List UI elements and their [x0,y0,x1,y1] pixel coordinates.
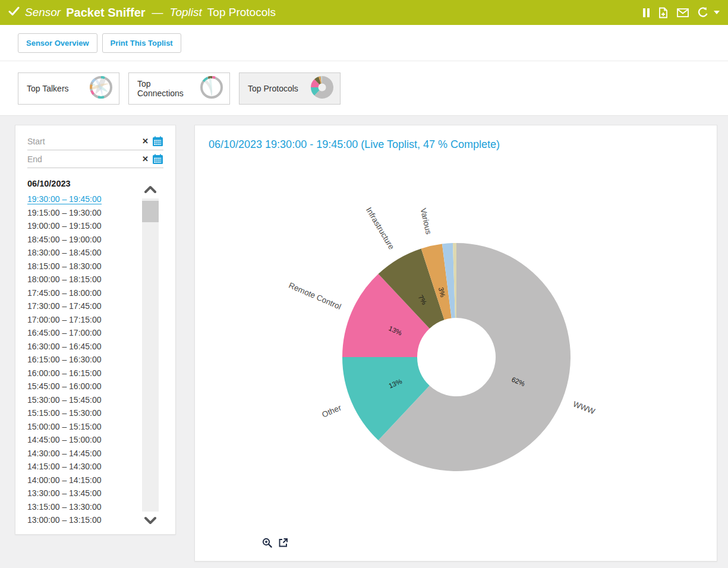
toplist-interval-label: 15:15:00 – 15:30:00 [27,408,102,418]
toplist-interval[interactable]: 17:30:00 – 17:45:00 [27,299,133,313]
refresh-icon[interactable] [697,7,709,18]
calendar-icon[interactable] [152,154,163,165]
toplist-interval[interactable]: 18:45:00 – 19:00:00 [27,233,133,247]
toplist-interval[interactable]: 19:15:00 – 19:30:00 [27,206,133,220]
email-icon[interactable] [677,8,689,17]
pie-slice-label: Infrastructure [364,206,396,251]
header-actions [643,7,720,18]
calendar-icon[interactable] [152,136,163,147]
toplist-interval-label: 15:00:00 – 15:15:00 [27,422,102,431]
chord-diagram-icon [198,74,225,102]
toplist-interval[interactable]: 13:15:00 – 13:30:00 [27,500,133,514]
object-kind-label: Sensor [25,6,61,19]
toplist-interval[interactable]: 16:15:00 – 16:30:00 [27,353,133,367]
toplist-interval[interactable]: 15:15:00 – 15:30:00 [27,406,133,420]
toolbar-area: Sensor Overview Print This Toplist Top T… [0,25,728,116]
end-date-field: ✕ [27,150,163,168]
tab-top-connections[interactable]: Top Connections [128,72,230,105]
sensor-overview-button[interactable]: Sensor Overview [18,33,97,53]
tab-label: Top Talkers [27,84,69,93]
toplist-interval[interactable]: 17:45:00 – 18:00:00 [27,286,133,300]
pie-slice-label: Remote Control [288,281,343,311]
breadcrumb-separator: — [151,6,165,19]
toplist-interval[interactable]: 13:30:00 – 13:45:00 [27,487,133,500]
toplist-interval[interactable]: 15:45:00 – 16:00:00 [27,380,133,393]
toplist-interval-label: 15:30:00 – 15:45:00 [27,395,102,405]
toplist-interval[interactable]: 14:45:00 – 15:00:00 [27,433,133,447]
toplist-interval[interactable]: 18:30:00 – 18:45:00 [27,246,133,260]
clear-start-icon[interactable]: ✕ [138,137,152,146]
page-title: Top Protocols [207,6,276,19]
pie-slice-label: WWW [572,399,596,416]
interval-filter-panel: ✕ ✕ [15,125,176,535]
toplist-interval-label: 19:30:00 – 19:45:00 [27,194,102,204]
toplist-interval-label: 14:45:00 – 15:00:00 [27,435,102,444]
toplist-interval-label: 18:30:00 – 18:45:00 [27,248,102,257]
start-date-input[interactable] [27,137,138,146]
toplist-interval-label: 14:00:00 – 14:15:00 [27,475,102,485]
toplist-interval[interactable]: 18:00:00 – 18:15:00 [27,273,133,286]
toplist-interval[interactable]: 19:30:00 – 19:45:00 [27,193,133,206]
toplist-interval[interactable]: 16:00:00 – 16:15:00 [27,367,133,380]
donut-chart-icon [309,74,335,102]
toplist-interval-label: 16:45:00 – 17:00:00 [27,328,102,337]
toplist-interval-label: 18:15:00 – 18:30:00 [27,261,102,271]
start-date-field: ✕ [27,132,163,150]
button-row: Sensor Overview Print This Toplist [0,25,728,61]
toplist-interval-label: 19:00:00 – 19:15:00 [27,221,102,231]
toplist-interval-label: 13:15:00 – 13:30:00 [27,502,102,512]
caret-down-icon[interactable] [714,11,720,14]
tab-label: Top Protocols [248,84,298,93]
toplist-interval[interactable]: 18:15:00 – 18:30:00 [27,260,133,273]
toplist-interval-label: 16:15:00 – 16:30:00 [27,355,102,364]
toplist-interval-label: 14:15:00 – 14:30:00 [27,462,102,471]
pause-icon[interactable] [643,8,650,17]
toplist-interval-label: 15:45:00 – 16:00:00 [27,381,102,391]
protocols-donut-chart[interactable]: 62%WWW13%Other13%Remote Control7%Infrast… [195,149,718,541]
tab-top-talkers[interactable]: Top Talkers [18,72,119,105]
interval-date-header: 06/10/2023 [27,179,133,188]
toplist-interval-label: 19:15:00 – 19:30:00 [27,208,102,217]
toplist-interval-label: 18:00:00 – 18:15:00 [27,274,102,284]
toplist-interval[interactable]: 17:00:00 – 17:15:00 [27,313,133,327]
toplist-interval[interactable]: 15:00:00 – 15:15:00 [27,420,133,434]
tab-top-protocols[interactable]: Top Protocols [239,72,341,105]
scroll-up-icon[interactable] [142,181,159,198]
check-icon [8,6,20,19]
pie-slice-label: Various [418,207,433,235]
toplist-interval[interactable]: 16:45:00 – 17:00:00 [27,326,133,340]
toplist-interval[interactable]: 14:15:00 – 14:30:00 [27,460,133,474]
tab-label: Top Connections [137,79,198,98]
interval-scrollbar[interactable] [142,181,159,529]
toplist-interval[interactable]: 14:30:00 – 14:45:00 [27,447,133,460]
scrollbar-thumb[interactable] [142,201,159,222]
toplist-interval[interactable]: 19:00:00 – 19:15:00 [27,219,133,233]
interval-list: 19:30:00 – 19:45:0019:15:00 – 19:30:0019… [27,193,133,527]
toplist-interval[interactable]: 13:00:00 – 13:15:00 [27,513,133,527]
zoom-in-icon[interactable] [262,538,272,548]
toplist-title: 06/10/2023 19:30:00 - 19:45:00 (Live Top… [195,125,717,151]
page-header: Sensor Packet Sniffer — Toplist Top Prot… [0,0,728,25]
interval-list-wrap: 06/10/2023 19:30:00 – 19:45:0019:15:00 –… [27,179,133,527]
toplist-interval-label: 17:30:00 – 17:45:00 [27,301,102,311]
toplist-tabs: Top Talkers Top Connections [0,61,728,116]
toplist-interval-label: 16:30:00 – 16:45:00 [27,342,102,351]
toplist-interval[interactable]: 15:30:00 – 15:45:00 [27,393,133,407]
pie-slice-label: Other [321,403,343,419]
toplist-interval[interactable]: 14:00:00 – 14:15:00 [27,474,133,487]
toplist-interval-label: 17:00:00 – 17:15:00 [27,315,102,324]
chart-footer-icons [262,538,288,548]
toplist-interval-label: 14:30:00 – 14:45:00 [27,449,102,458]
device-name[interactable]: Packet Sniffer [66,6,145,20]
end-date-input[interactable] [27,154,138,164]
toplist-chart-panel: 06/10/2023 19:30:00 - 19:45:00 (Live Top… [194,125,717,561]
toplist-interval-label: 17:45:00 – 18:00:00 [27,288,102,298]
print-toplist-button[interactable]: Print This Toplist [102,33,181,53]
add-report-icon[interactable] [658,7,669,18]
open-external-icon[interactable] [278,538,288,548]
clear-end-icon[interactable]: ✕ [138,154,152,163]
section-label: Toplist [170,6,202,19]
scroll-down-icon[interactable] [142,512,159,529]
chord-diagram-icon [88,74,114,102]
toplist-interval[interactable]: 16:30:00 – 16:45:00 [27,340,133,354]
